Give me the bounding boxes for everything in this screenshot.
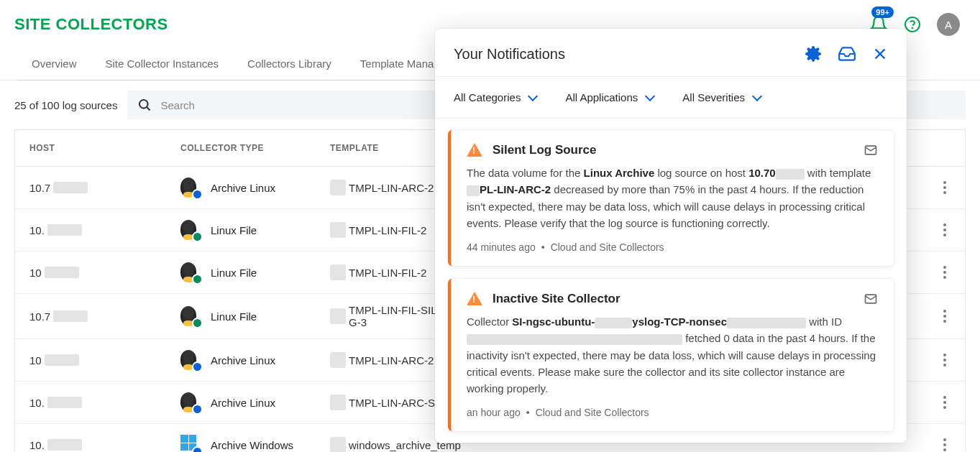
avatar-initial: A: [945, 19, 952, 31]
tab-instances[interactable]: Site Collector Instances: [91, 47, 234, 80]
kebab-menu-icon[interactable]: [939, 219, 951, 241]
collector-type-cell: Archive Linux: [180, 177, 330, 198]
chevron-down-icon: [752, 91, 762, 101]
kebab-menu-icon[interactable]: [939, 177, 951, 198]
host-prefix: 10.: [29, 439, 45, 451]
notifications-panel: Your Notifications All Categories All Ap…: [435, 29, 907, 443]
redacted: [330, 437, 346, 452]
collector-type-label: Archive Linux: [211, 182, 275, 194]
collector-type-label: Archive Windows: [211, 439, 293, 451]
kebab-menu-icon[interactable]: [939, 434, 951, 452]
filter-severities[interactable]: All Severities: [682, 91, 761, 103]
envelope-icon[interactable]: [864, 143, 878, 157]
collector-type-label: Linux File: [211, 224, 257, 236]
collector-type-label: Archive Linux: [211, 397, 275, 409]
redacted: [330, 180, 346, 195]
warning-icon: [467, 143, 482, 157]
notification-time: an hour ago: [467, 407, 521, 418]
notification-footer: 44 minutes ago•Cloud and Site Collectors: [467, 241, 878, 253]
actions-cell: [922, 305, 951, 327]
template-name: TMPL-LIN-FIL-2: [349, 224, 426, 236]
kebab-menu-icon[interactable]: [939, 305, 951, 327]
host-prefix: 10.7: [29, 310, 50, 323]
notification-time: 44 minutes ago: [467, 241, 536, 253]
tab-overview[interactable]: Overview: [17, 47, 91, 80]
redacted: [47, 397, 82, 408]
filter-categories[interactable]: All Categories: [454, 91, 536, 103]
template-name: TMPL-LIN-FIL-SILE: [349, 304, 444, 316]
notifications-header: Your Notifications: [435, 29, 907, 76]
template-name: TMPL-LIN-ARC-2: [349, 354, 434, 366]
svg-point-1: [912, 28, 913, 29]
redacted: [330, 352, 346, 368]
kebab-menu-icon[interactable]: [939, 262, 951, 283]
linux-icon: [180, 350, 201, 370]
svg-point-2: [139, 100, 148, 109]
gear-icon[interactable]: [805, 45, 822, 63]
notifications-title: Your Notifications: [454, 46, 565, 63]
redacted: [45, 267, 79, 278]
collector-type-label: Archive Linux: [211, 354, 275, 366]
collector-type-label: Linux File: [211, 267, 257, 279]
linux-icon: [180, 306, 201, 326]
redacted: [727, 318, 806, 328]
redacted: [330, 222, 346, 238]
linux-icon: [180, 262, 201, 282]
redacted: [330, 264, 346, 280]
kebab-menu-icon[interactable]: [939, 349, 951, 371]
notification-title: Silent Log Source: [493, 143, 597, 157]
close-icon[interactable]: [872, 46, 888, 62]
notifications-header-icons: [805, 45, 888, 63]
notification-source: Cloud and Site Collectors: [536, 407, 649, 418]
inbox-icon[interactable]: [838, 45, 856, 63]
linux-icon: [180, 177, 201, 198]
redacted: [467, 334, 682, 345]
redacted: [47, 439, 82, 451]
collector-type-cell: Archive Linux: [180, 350, 330, 370]
tab-library[interactable]: Collectors Library: [233, 47, 346, 80]
host-prefix: 10.7: [29, 182, 50, 194]
avatar[interactable]: A: [937, 13, 960, 36]
host-cell: 10.: [29, 439, 180, 451]
notification-body: Collector SI-ngsc-ubuntu-yslog-TCP-nonse…: [467, 313, 878, 397]
windows-icon: [180, 435, 201, 452]
template-name: TMPL-LIN-ARC-2: [349, 182, 434, 194]
col-type: COLLECTOR TYPE: [180, 143, 330, 153]
svg-line-3: [147, 107, 150, 110]
col-host: HOST: [29, 143, 180, 153]
linux-icon: [180, 392, 201, 412]
redacted: [595, 318, 632, 328]
notification-title: Inactive Site Collector: [493, 292, 620, 306]
redacted: [776, 169, 805, 180]
notification-card[interactable]: Inactive Site CollectorCollector SI-ngsc…: [448, 279, 894, 431]
host-cell: 10: [29, 267, 180, 279]
collector-type-cell: Linux File: [180, 220, 330, 240]
host-prefix: 10: [29, 354, 42, 366]
tab-template-mgmt[interactable]: Template Mana: [346, 47, 449, 80]
envelope-icon[interactable]: [864, 292, 878, 306]
actions-cell: [922, 392, 951, 413]
linux-icon: [180, 220, 201, 240]
filter-applications[interactable]: All Applications: [565, 91, 654, 103]
chevron-down-icon: [645, 91, 655, 101]
chevron-down-icon: [528, 91, 538, 101]
warning-icon: [467, 292, 482, 306]
redacted: [47, 224, 82, 236]
collector-type-cell: Archive Linux: [180, 392, 330, 412]
notification-card[interactable]: Silent Log SourceThe data volume for the…: [448, 130, 894, 266]
collector-type-cell: Linux File: [180, 306, 330, 326]
host-prefix: 10.: [29, 224, 45, 236]
host-cell: 10.: [29, 397, 180, 409]
redacted: [45, 354, 79, 366]
redacted: [53, 310, 88, 322]
page-title: SITE COLLECTORS: [14, 15, 168, 34]
host-cell: 10.7: [29, 182, 180, 194]
collector-type-label: Linux File: [211, 310, 257, 323]
notification-list: Silent Log SourceThe data volume for the…: [435, 119, 907, 443]
host-prefix: 10: [29, 267, 42, 279]
host-cell: 10.7: [29, 310, 180, 323]
collector-type-cell: Linux File: [180, 262, 330, 282]
notification-footer: an hour ago•Cloud and Site Collectors: [467, 407, 878, 418]
search-icon: [137, 98, 152, 112]
kebab-menu-icon[interactable]: [939, 392, 951, 413]
